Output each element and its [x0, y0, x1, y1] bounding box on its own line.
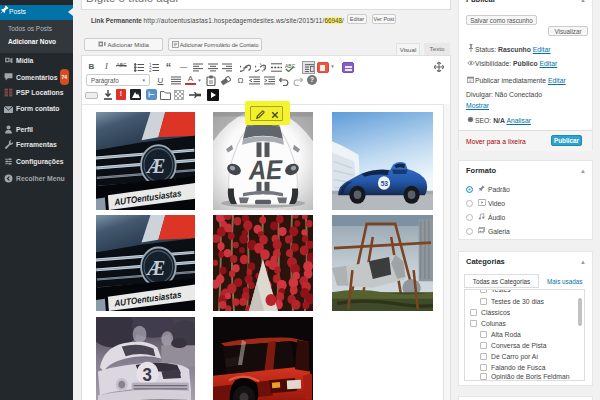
- svg-text:ABC: ABC: [285, 63, 296, 69]
- svg-text:53: 53: [381, 179, 388, 186]
- svg-text:3: 3: [143, 365, 153, 386]
- svg-text:AE: AE: [248, 155, 284, 185]
- svg-text:2: 2: [149, 68, 152, 72]
